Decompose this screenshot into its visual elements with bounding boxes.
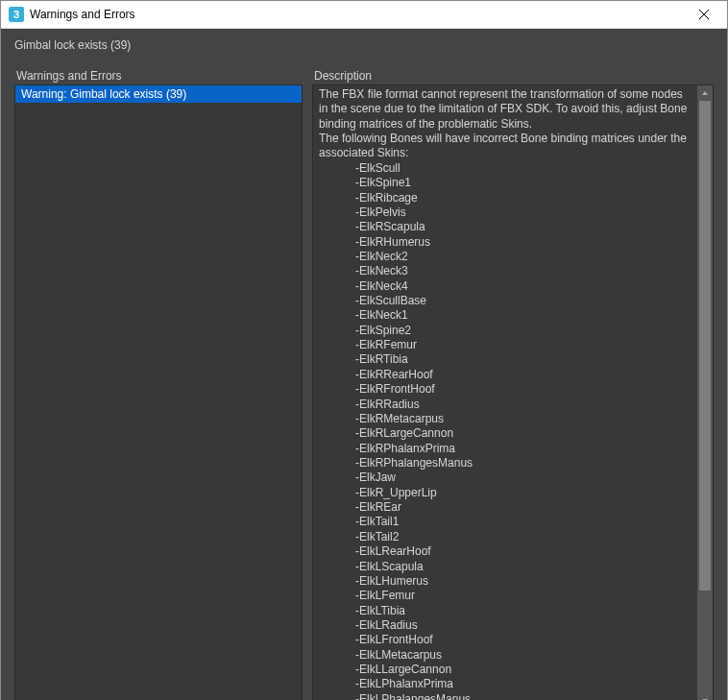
bone-line: -ElkRRearHoof: [319, 368, 692, 382]
window-title: Warnings and Errors: [30, 8, 682, 21]
bone-line: -ElkNeck1: [319, 308, 692, 323]
close-button[interactable]: [682, 1, 725, 28]
bone-line: -ElkSpine2: [319, 324, 692, 338]
bone-line: -ElkLMetacarpus: [319, 648, 692, 663]
list-item[interactable]: Warning: Gimbal lock exists (39): [15, 85, 302, 103]
dialog-window: 3 Warnings and Errors Gimbal lock exists…: [0, 0, 728, 700]
bone-line: -ElkRMetacarpus: [319, 412, 692, 426]
svg-marker-2: [702, 91, 708, 95]
scroll-thumb[interactable]: [699, 101, 711, 591]
warnings-label: Warnings and Errors: [14, 69, 303, 83]
scroll-down-button[interactable]: [697, 693, 713, 700]
bone-line: -ElkRFemur: [319, 338, 692, 352]
content-area: Gimbal lock exists (39) Warnings and Err…: [1, 29, 727, 700]
bone-line: -ElkLRadius: [319, 618, 692, 633]
scroll-up-button[interactable]: [697, 85, 713, 101]
description-line: The following Bones will have incorrect …: [319, 132, 692, 161]
bone-line: -ElkLPhalangesManus: [319, 692, 692, 700]
bone-line: -ElkRRadius: [319, 398, 692, 412]
description-label: Description: [312, 69, 714, 83]
description-panel: Description The FBX file format cannot r…: [312, 69, 714, 700]
bone-line: -ElkNeck3: [319, 264, 692, 278]
bone-line: -ElkLFrontHoof: [319, 633, 692, 647]
bone-line: -ElkNeck4: [319, 279, 692, 294]
bone-line: -ElkLRearHoof: [319, 544, 692, 559]
bone-line: -ElkPelvis: [319, 205, 692, 220]
bone-line: -ElkRFrontHoof: [319, 382, 692, 397]
bone-line: -ElkRHumerus: [319, 235, 692, 250]
bone-line: -ElkLScapula: [319, 560, 692, 574]
bone-line: -ElkRPhalangesManus: [319, 456, 692, 471]
bone-line: -ElkRScapula: [319, 220, 692, 234]
bone-line: -ElkScull: [319, 161, 692, 176]
description-scrollbar[interactable]: [697, 85, 713, 700]
chevron-up-icon: [701, 89, 709, 97]
bone-line: -ElkRibcage: [319, 191, 692, 205]
warnings-panel: Warnings and Errors Warning: Gimbal lock…: [14, 69, 303, 700]
titlebar: 3 Warnings and Errors: [1, 1, 727, 29]
bone-line: -ElkLFemur: [319, 589, 692, 603]
bone-line: -ElkNeck2: [319, 250, 692, 264]
description-line: The FBX file format cannot represent the…: [319, 87, 692, 132]
bone-line: -ElkLPhalanxPrima: [319, 677, 692, 691]
warnings-listbox[interactable]: Warning: Gimbal lock exists (39): [14, 84, 303, 700]
bone-line: -ElkSpine1: [319, 176, 692, 190]
bone-line: -ElkRTibia: [319, 352, 692, 367]
bone-line: -ElkTail1: [319, 515, 692, 529]
bone-line: -ElkScullBase: [319, 294, 692, 308]
bone-line: -ElkJaw: [319, 471, 692, 485]
bone-line: -ElkRLargeCannon: [319, 426, 692, 441]
bone-line: -ElkLLargeCannon: [319, 663, 692, 677]
close-icon: [699, 10, 709, 19]
app-icon: 3: [9, 7, 24, 22]
bone-line: -ElkLHumerus: [319, 574, 692, 589]
summary-label: Gimbal lock exists (39): [1, 29, 727, 58]
bone-line: -ElkRPhalanxPrima: [319, 442, 692, 456]
bone-line: -ElkLTibia: [319, 604, 692, 618]
description-textbox[interactable]: The FBX file format cannot represent the…: [313, 85, 697, 700]
bone-line: -ElkR_UpperLip: [319, 486, 692, 500]
bone-line: -ElkTail2: [319, 530, 692, 544]
bone-line: -ElkREar: [319, 500, 692, 515]
panels-row: Warnings and Errors Warning: Gimbal lock…: [1, 58, 727, 700]
description-container: The FBX file format cannot represent the…: [312, 84, 714, 700]
